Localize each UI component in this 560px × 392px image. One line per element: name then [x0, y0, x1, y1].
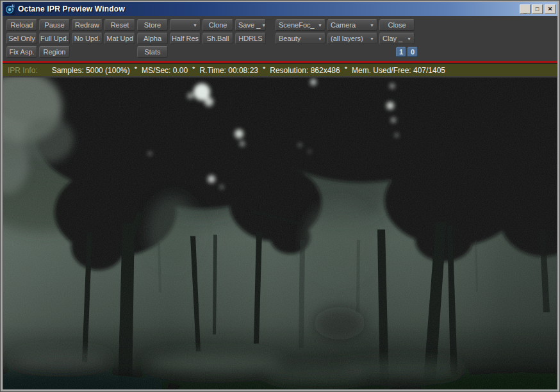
- shader-ball-button-label: Sh.Ball: [207, 35, 229, 42]
- reload-button-label: Reload: [11, 21, 33, 29]
- stats-button[interactable]: Stats: [137, 46, 168, 58]
- ipr-ms-per-sec: MS/Sec: 0.00: [142, 66, 188, 75]
- toolbar-spacer: [72, 52, 137, 53]
- fix-aspect-button-label: Fix Asp.: [9, 48, 34, 56]
- store-slot-dropdown[interactable]: ▼: [170, 19, 201, 31]
- hdrls-button-label: HDRLS: [238, 35, 262, 42]
- full-update-button[interactable]: Full Upd.: [39, 33, 70, 44]
- redraw-button[interactable]: Redraw: [72, 19, 103, 31]
- mat-update-button-label: Mat Upd: [106, 35, 133, 42]
- hdrls-button[interactable]: HDRLS: [235, 33, 266, 44]
- sel-only-button-label: Sel Only: [8, 35, 35, 42]
- alpha-button-label: Alpha: [144, 35, 161, 42]
- chevron-down-icon: ▼: [261, 23, 266, 28]
- toolbar-row-1: ReloadPauseRedrawResetStore▼CloneSave _▼…: [6, 19, 554, 31]
- clay-mode-dropdown[interactable]: Clay _▼: [379, 33, 415, 44]
- chevron-down-icon: ▼: [407, 37, 411, 41]
- toolbar-row-2: Sel OnlyFull Upd.No Upd.Mat UpdAlphaHalf…: [6, 33, 554, 44]
- save-dropdown-label: Save _: [238, 21, 260, 29]
- redraw-button-label: Redraw: [75, 21, 99, 29]
- pause-button[interactable]: Pause: [39, 19, 70, 31]
- pause-button-label: Pause: [44, 21, 64, 29]
- ipr-render-time: R.Time: 00:08:23: [199, 66, 258, 75]
- gpu-1-button-label: 1: [399, 48, 403, 56]
- sel-only-button[interactable]: Sel Only: [6, 33, 37, 44]
- chevron-down-icon: ▼: [318, 23, 322, 28]
- ipr-separator: *: [263, 65, 265, 73]
- chevron-down-icon: ▼: [193, 23, 197, 28]
- region-button[interactable]: Region: [39, 46, 70, 58]
- toolbar-row-3: Fix Asp.RegionStats10: [6, 46, 554, 58]
- ipr-separator: *: [192, 65, 195, 73]
- toolbar-spacer: [170, 52, 396, 53]
- store-button-label: Store: [144, 21, 161, 29]
- half-res-button-label: Half Res: [172, 35, 199, 42]
- layers-dropdown[interactable]: (all layers)▼: [327, 33, 377, 44]
- titlebar[interactable]: L Octane IPR Preview Window _ □ ✕: [3, 2, 557, 16]
- gpu-0-button[interactable]: 0: [408, 47, 418, 57]
- full-update-button-label: Full Upd.: [40, 35, 69, 42]
- fix-aspect-button[interactable]: Fix Asp.: [6, 46, 37, 58]
- scene-focus-dropdown[interactable]: SceneFoc_▼: [276, 19, 325, 31]
- render-image: [3, 78, 557, 389]
- alpha-button[interactable]: Alpha: [137, 33, 168, 44]
- camera-dropdown[interactable]: Camera▼: [327, 19, 377, 31]
- reload-button[interactable]: Reload: [6, 19, 37, 31]
- divider-red-line: [3, 61, 557, 63]
- octane-logo-icon: L: [4, 4, 15, 15]
- maximize-button[interactable]: □: [532, 4, 543, 14]
- window-title: Octane IPR Preview Window: [18, 4, 518, 13]
- scene-focus-dropdown-label: SceneFoc_: [279, 21, 315, 29]
- no-update-button[interactable]: No Upd.: [72, 33, 103, 44]
- mat-update-button[interactable]: Mat Upd: [104, 33, 135, 44]
- ipr-separator: *: [345, 65, 347, 73]
- render-pass-dropdown[interactable]: Beauty▼: [276, 33, 325, 44]
- gpu-0-button-label: 0: [411, 48, 415, 56]
- toolbar-spacer: [268, 25, 276, 26]
- chevron-down-icon: ▼: [318, 37, 322, 41]
- ipr-info-label: IPR Info:: [8, 66, 38, 75]
- ipr-samples: Samples: 5000 (100%): [52, 66, 130, 75]
- close-button[interactable]: Close: [379, 19, 415, 31]
- no-update-button-label: No Upd.: [74, 35, 100, 42]
- reset-button[interactable]: Reset: [104, 19, 135, 31]
- store-button[interactable]: Store: [137, 19, 168, 31]
- app-body: ReloadPauseRedrawResetStore▼CloneSave _▼…: [3, 16, 557, 389]
- toolbar: ReloadPauseRedrawResetStore▼CloneSave _▼…: [3, 16, 557, 60]
- minimize-button[interactable]: _: [520, 4, 531, 14]
- ipr-info-bar: IPR Info: Samples: 5000 (100%) * MS/Sec:…: [3, 63, 557, 76]
- gpu-1-button[interactable]: 1: [396, 47, 406, 57]
- render-preview-viewport[interactable]: [3, 78, 557, 389]
- stats-button-label: Stats: [144, 48, 160, 56]
- layers-dropdown-label: (all layers): [331, 35, 363, 42]
- toolbar-spacer: [268, 38, 276, 39]
- render-pass-dropdown-label: Beauty: [279, 35, 301, 42]
- ipr-memory: Mem. Used/Free: 407/1405: [352, 66, 445, 75]
- half-res-button[interactable]: Half Res: [170, 33, 201, 44]
- clone-button[interactable]: Clone: [202, 19, 233, 31]
- clone-button-label: Clone: [209, 21, 227, 29]
- region-button-label: Region: [44, 48, 66, 56]
- close-window-button[interactable]: ✕: [545, 4, 556, 14]
- clay-mode-dropdown-label: Clay _: [383, 35, 402, 42]
- chevron-down-icon: ▼: [370, 23, 374, 28]
- ipr-separator: *: [135, 65, 137, 73]
- shader-ball-button[interactable]: Sh.Ball: [202, 33, 233, 44]
- chevron-down-icon: ▼: [370, 37, 374, 41]
- octane-ipr-window: L Octane IPR Preview Window _ □ ✕ Reload…: [0, 0, 560, 392]
- camera-dropdown-label: Camera: [331, 21, 356, 29]
- save-dropdown[interactable]: Save _▼: [235, 19, 266, 31]
- svg-text:L: L: [12, 4, 14, 8]
- close-button-label: Close: [388, 21, 406, 29]
- reset-button-label: Reset: [111, 21, 129, 29]
- ipr-resolution: Resolution: 862x486: [270, 66, 340, 75]
